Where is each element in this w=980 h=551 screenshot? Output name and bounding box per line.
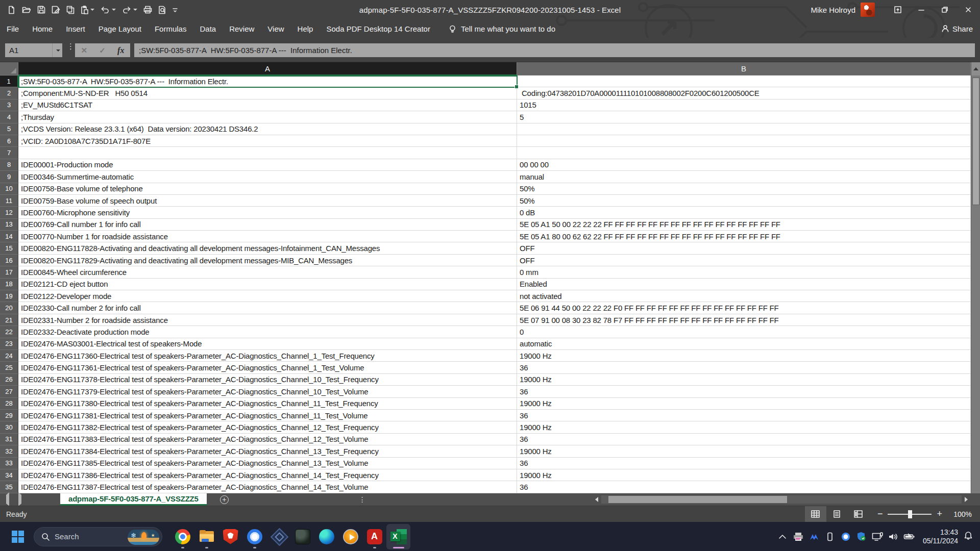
- phone-icon[interactable]: [824, 529, 836, 544]
- ribbon-tab-review[interactable]: Review: [223, 20, 261, 37]
- cell-B20[interactable]: 5E 06 91 44 50 00 22 22 22 F0 FF FF FF F…: [517, 302, 971, 314]
- cell-A17[interactable]: IDE00845-Wheel circumference: [18, 266, 517, 278]
- sheet-nav-right-icon[interactable]: [18, 495, 21, 504]
- column-header-a[interactable]: A: [18, 62, 517, 76]
- cell-B22[interactable]: 0: [517, 326, 971, 338]
- row-header-15[interactable]: 15: [0, 242, 18, 254]
- sheet-tab-active[interactable]: adpmap-5F-5F0-035-877-A_VSSZZZ5: [60, 493, 207, 506]
- ribbon-tab-data[interactable]: Data: [193, 20, 223, 37]
- cell-A3[interactable]: ;EV_MUStd6C1TSAT: [18, 99, 517, 111]
- security-shield-icon[interactable]: [855, 529, 868, 544]
- row-header-30[interactable]: 30: [0, 421, 18, 433]
- cell-B24[interactable]: 19000 Hz: [517, 350, 971, 362]
- account-user-name[interactable]: Mike Holroyd: [811, 6, 855, 14]
- battery-icon[interactable]: [903, 529, 915, 544]
- cell-A13[interactable]: IDE00769-Call number 1 for info call: [18, 219, 517, 231]
- cell-A22[interactable]: IDE02332-Deactivate production mode: [18, 326, 517, 338]
- cell-A31[interactable]: IDE02476-ENG117383-Electrical test of sp…: [18, 434, 517, 445]
- page-layout-view-button[interactable]: [826, 506, 848, 522]
- ribbon-tab-help[interactable]: Help: [291, 20, 320, 37]
- zoom-in-button[interactable]: +: [937, 509, 942, 519]
- cell-A20[interactable]: IDE02330-Call number 2 for info call: [18, 302, 517, 314]
- cell-B13[interactable]: 5E 05 A1 50 00 22 22 22 FF FF FF FF FF F…: [517, 219, 971, 231]
- insert-function-icon[interactable]: fx: [117, 46, 124, 55]
- row-header-34[interactable]: 34: [0, 469, 18, 481]
- cell-B35[interactable]: 36: [517, 481, 971, 493]
- cell-B1[interactable]: [517, 76, 971, 87]
- row-header-7[interactable]: 7: [0, 147, 18, 159]
- file-explorer-taskbar-icon[interactable]: [194, 524, 218, 549]
- cell-B10[interactable]: 50%: [517, 183, 971, 195]
- row-header-20[interactable]: 20: [0, 302, 18, 314]
- cell-A19[interactable]: IDE02122-Developer mode: [18, 290, 517, 302]
- cell-B33[interactable]: 36: [517, 458, 971, 469]
- tell-me-box[interactable]: Tell me what you want to do: [448, 24, 555, 33]
- cell-A33[interactable]: IDE02476-ENG117385-Electrical test of sp…: [18, 458, 517, 469]
- name-box-dropdown-icon[interactable]: [52, 43, 62, 57]
- cell-B29[interactable]: 36: [517, 410, 971, 421]
- row-header-16[interactable]: 16: [0, 255, 18, 266]
- avatar[interactable]: [861, 3, 875, 17]
- row-header-19[interactable]: 19: [0, 290, 18, 302]
- cell-A26[interactable]: IDE02476-ENG117378-Electrical test of sp…: [18, 374, 517, 386]
- row-header-33[interactable]: 33: [0, 458, 18, 469]
- save-as-icon[interactable]: [50, 4, 62, 15]
- cell-B3[interactable]: 1015: [517, 99, 971, 111]
- cell-A23[interactable]: IDE02476-MAS03001-Electrical test of spe…: [18, 338, 517, 350]
- ribbon-tab-soda-pdf-desktop-14-creator[interactable]: Soda PDF Desktop 14 Creator: [320, 20, 436, 37]
- close-button[interactable]: [957, 0, 980, 19]
- cell-B27[interactable]: 36: [517, 386, 971, 397]
- cell-B18[interactable]: Enabled: [517, 279, 971, 290]
- ribbon-tab-insert[interactable]: Insert: [59, 20, 92, 37]
- row-header-25[interactable]: 25: [0, 362, 18, 373]
- name-box[interactable]: A1: [5, 43, 62, 57]
- ribbon-tab-formulas[interactable]: Formulas: [148, 20, 193, 37]
- tab-strip-splitter[interactable]: ⋮: [359, 497, 364, 502]
- cell-B17[interactable]: 0 mm: [517, 266, 971, 278]
- cell-B2[interactable]: Coding:04738201D70A000011110101008808002…: [517, 87, 971, 99]
- scroll-up-icon[interactable]: [971, 62, 980, 76]
- cell-B21[interactable]: 5E 07 91 00 08 30 23 82 78 F7 FF FF FF F…: [517, 314, 971, 326]
- acrobat-taskbar-icon[interactable]: A: [362, 524, 386, 549]
- row-header-23[interactable]: 23: [0, 338, 18, 350]
- save-icon[interactable]: [35, 4, 47, 15]
- zoom-slider[interactable]: [888, 514, 932, 515]
- cell-B5[interactable]: [517, 123, 971, 135]
- column-header-b[interactable]: B: [517, 62, 971, 76]
- minimize-button[interactable]: [910, 0, 933, 19]
- cell-B7[interactable]: [517, 147, 971, 159]
- row-header-9[interactable]: 9: [0, 171, 18, 183]
- cell-B9[interactable]: manual: [517, 171, 971, 183]
- cell-A29[interactable]: IDE02476-ENG117381-Electrical test of sp…: [18, 410, 517, 421]
- cell-B19[interactable]: not activated: [517, 290, 971, 302]
- horizontal-scrollbar[interactable]: [592, 495, 971, 504]
- cell-A24[interactable]: IDE02476-ENG117360-Electrical test of sp…: [18, 350, 517, 362]
- row-header-28[interactable]: 28: [0, 398, 18, 410]
- cell-B25[interactable]: 36: [517, 362, 971, 373]
- zoom-level[interactable]: 100%: [949, 510, 972, 518]
- row-header-21[interactable]: 21: [0, 314, 18, 326]
- cell-B16[interactable]: OFF: [517, 255, 971, 266]
- cell-B34[interactable]: 19000 Hz: [517, 469, 971, 481]
- cell-A2[interactable]: ;Component:MU-S-ND-ER H50 0514: [18, 87, 517, 99]
- sheet-nav-left-icon[interactable]: [6, 495, 9, 504]
- row-header-14[interactable]: 14: [0, 231, 18, 242]
- cell-A15[interactable]: IDE00820-ENG117828-Activating and deacti…: [18, 242, 517, 254]
- cell-A10[interactable]: IDE00758-Base volume of telephone: [18, 183, 517, 195]
- row-header-35[interactable]: 35: [0, 481, 18, 493]
- dropdown-caret-icon[interactable]: [90, 9, 94, 11]
- row-header-13[interactable]: 13: [0, 219, 18, 231]
- cell-A16[interactable]: IDE00820-ENG117829-Activating and deacti…: [18, 255, 517, 266]
- paste-icon[interactable]: [79, 4, 96, 16]
- cube-app-taskbar-icon[interactable]: [266, 524, 290, 549]
- cell-B32[interactable]: 19000 Hz: [517, 445, 971, 457]
- cell-A9[interactable]: IDE00346-Summertime-automatic: [18, 171, 517, 183]
- print-icon[interactable]: [141, 4, 154, 15]
- normal-view-button[interactable]: [805, 506, 826, 522]
- dropdown-caret-icon[interactable]: [112, 9, 116, 11]
- print-preview-icon[interactable]: [156, 4, 168, 16]
- formula-input[interactable]: ;SW:5F0-035-877-A HW:5F0-035-877-A --- I…: [134, 43, 975, 57]
- row-header-1[interactable]: 1: [0, 76, 18, 87]
- cell-B11[interactable]: 50%: [517, 195, 971, 207]
- customize-qat-icon[interactable]: [170, 5, 180, 14]
